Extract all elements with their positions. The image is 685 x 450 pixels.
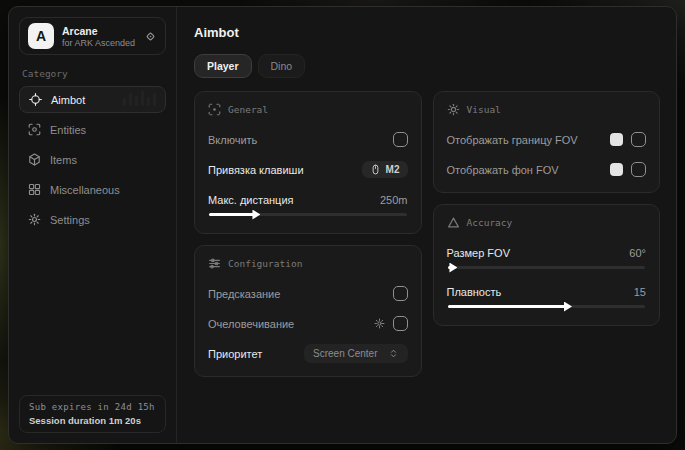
- sidebar: A Arcane for ARK Ascended Category Aimbo…: [9, 7, 177, 443]
- arcane-window: A Arcane for ARK Ascended Category Aimbo…: [8, 6, 677, 444]
- session-duration-text: Session duration 1m 20s: [29, 415, 156, 426]
- fov-border-color-swatch[interactable]: [610, 133, 623, 146]
- fov-size-slider[interactable]: [448, 266, 646, 269]
- row-prediction: Предсказание: [208, 283, 408, 304]
- slider-knob[interactable]: [564, 302, 572, 312]
- sidebar-item-label: Aimbot: [51, 94, 85, 106]
- app-logo-card: A Arcane for ARK Ascended: [19, 17, 166, 55]
- panel-accuracy: Accuracy Размер FOV 60° Плавность 15: [433, 204, 661, 326]
- sidebar-item-settings[interactable]: Settings: [19, 206, 166, 233]
- sidebar-item-items[interactable]: Items: [19, 146, 166, 173]
- tab-bar: Player Dino: [194, 54, 660, 78]
- priority-label: Приоритет: [208, 348, 262, 360]
- fov-size-value: 60°: [629, 247, 646, 259]
- triangle-icon: [447, 216, 460, 229]
- priority-select[interactable]: Screen Center: [304, 344, 407, 363]
- priority-value: Screen Center: [313, 348, 377, 359]
- max-distance-value: 250m: [380, 194, 408, 206]
- sidebar-item-label: Items: [50, 154, 77, 166]
- panel-title: Visual: [467, 104, 501, 115]
- category-label: Category: [22, 68, 163, 79]
- max-distance-label: Макс. дистанция: [208, 194, 294, 206]
- row-priority: Приоритет Screen Center: [208, 343, 408, 364]
- sun-icon: [447, 103, 460, 116]
- row-fov-border: Отображать границу FOV: [447, 129, 647, 150]
- crosshair-icon: [29, 93, 42, 106]
- keybind-button[interactable]: M2: [362, 161, 408, 178]
- enable-checkbox[interactable]: [393, 132, 408, 147]
- app-subtitle: for ARK Ascended: [62, 38, 135, 48]
- tab-player[interactable]: Player: [194, 54, 252, 78]
- grid-icon: [28, 183, 41, 196]
- max-distance-slider[interactable]: [209, 213, 407, 216]
- smoothness-value: 15: [634, 286, 646, 298]
- diamond-target-icon[interactable]: [144, 30, 157, 43]
- smoothness-slider[interactable]: [448, 305, 646, 308]
- fov-border-label: Отображать границу FOV: [447, 134, 578, 146]
- keybind-label: Привязка клавиши: [208, 164, 304, 176]
- sidebar-item-label: Miscellaneous: [50, 184, 120, 196]
- row-enable: Включить: [208, 129, 408, 150]
- subscription-card: Sub expires in 24d 15h Session duration …: [19, 395, 166, 433]
- sidebar-item-label: Entities: [50, 124, 86, 136]
- panel-configuration: Configuration Предсказание Очеловечивани…: [194, 245, 422, 377]
- smoothness-label: Плавность: [447, 286, 502, 298]
- row-fov-size: Размер FOV 60°: [447, 242, 647, 263]
- app-logo: A: [28, 23, 54, 49]
- sub-expires-text: Sub expires in 24d 15h: [29, 402, 156, 412]
- panel-title: Accuracy: [467, 217, 513, 228]
- box-icon: [28, 153, 41, 166]
- fov-background-color-swatch[interactable]: [610, 163, 623, 176]
- slider-knob[interactable]: [252, 210, 260, 220]
- row-fov-background: Отображать фон FOV: [447, 159, 647, 180]
- fov-background-label: Отображать фон FOV: [447, 164, 559, 176]
- humanization-checkbox[interactable]: [393, 316, 408, 331]
- sidebar-item-miscellaneous[interactable]: Miscellaneous: [19, 176, 166, 203]
- main-content: Aimbot Player Dino General: [177, 7, 676, 443]
- slider-fill: [448, 305, 567, 308]
- prediction-label: Предсказание: [208, 288, 280, 300]
- row-keybind: Привязка клавиши M2: [208, 159, 408, 180]
- keybind-value: M2: [386, 164, 400, 175]
- panel-title: General: [228, 104, 268, 115]
- sidebar-item-label: Settings: [50, 214, 90, 226]
- slider-fill: [209, 213, 254, 216]
- fov-border-checkbox[interactable]: [631, 132, 646, 147]
- focus-icon: [208, 103, 221, 116]
- fov-size-label: Размер FOV: [447, 247, 510, 259]
- slider-knob[interactable]: [449, 263, 457, 273]
- equalizer-decoration: [123, 91, 156, 106]
- tab-dino[interactable]: Dino: [258, 54, 306, 78]
- panel-general: General Включить Привязка клавиши: [194, 91, 422, 234]
- mouse-icon: [370, 164, 381, 175]
- sidebar-item-aimbot[interactable]: Aimbot: [19, 86, 166, 113]
- slider-fill: [448, 266, 452, 269]
- page-title: Aimbot: [194, 25, 660, 40]
- game-backdrop: A Arcane for ARK Ascended Category Aimbo…: [0, 0, 685, 450]
- gear-icon: [28, 213, 41, 226]
- sidebar-nav: Aimbot Entities Items: [19, 86, 166, 236]
- row-smoothness: Плавность 15: [447, 281, 647, 302]
- panel-title: Configuration: [228, 258, 302, 269]
- scan-icon: [28, 123, 41, 136]
- panel-visual: Visual Отображать границу FOV Отображать…: [433, 91, 661, 193]
- sidebar-item-entities[interactable]: Entities: [19, 116, 166, 143]
- prediction-checkbox[interactable]: [393, 286, 408, 301]
- humanization-label: Очеловечивание: [208, 318, 294, 330]
- app-name: Arcane: [62, 25, 135, 37]
- humanization-settings-gear-icon[interactable]: [374, 318, 385, 329]
- sliders-icon: [208, 257, 221, 270]
- chevron-updown-icon: [388, 348, 399, 359]
- row-max-distance: Макс. дистанция 250m: [208, 189, 408, 210]
- fov-background-checkbox[interactable]: [631, 162, 646, 177]
- row-humanization: Очеловечивание: [208, 313, 408, 334]
- enable-label: Включить: [208, 134, 257, 146]
